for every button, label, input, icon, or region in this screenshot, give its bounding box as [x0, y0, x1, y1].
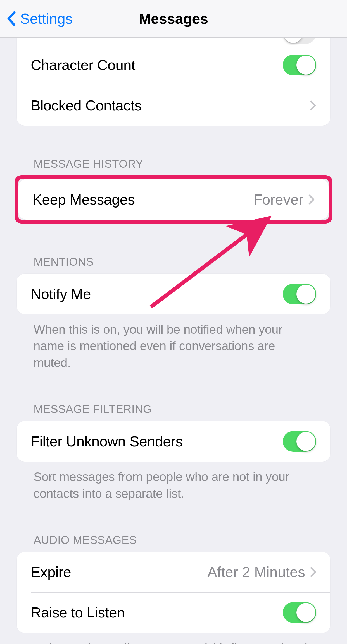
chevron-right-icon	[310, 567, 316, 577]
settings-group-history: Keep Messages Forever	[18, 179, 329, 220]
label-character-count: Character Count	[31, 57, 135, 73]
row-partial-hidden[interactable]	[17, 38, 330, 45]
row-blocked-contacts[interactable]: Blocked Contacts	[17, 85, 330, 126]
footer-audio: Raise to Listen allows you to quickly li…	[34, 640, 313, 644]
toggle-partial[interactable]	[283, 38, 316, 44]
toggle-character-count[interactable]	[283, 55, 316, 75]
settings-group-audio: Expire After 2 Minutes Raise to Listen	[17, 552, 330, 633]
value-expire: After 2 Minutes	[207, 564, 305, 580]
row-expire[interactable]: Expire After 2 Minutes	[17, 552, 330, 592]
label-keep-messages: Keep Messages	[32, 191, 135, 208]
label-expire: Expire	[31, 564, 71, 580]
header-message-history: MESSAGE HISTORY	[34, 158, 330, 170]
header-filtering: MESSAGE FILTERING	[34, 403, 330, 415]
chevron-right-icon	[310, 100, 316, 111]
footer-filtering: Sort messages from people who are not in…	[34, 468, 313, 502]
label-filter-unknown: Filter Unknown Senders	[31, 433, 183, 450]
row-filter-unknown[interactable]: Filter Unknown Senders	[17, 421, 330, 462]
back-label: Settings	[20, 10, 73, 27]
navbar: Settings Messages	[0, 0, 347, 38]
row-notify-me[interactable]: Notify Me	[17, 274, 330, 314]
toggle-filter-unknown[interactable]	[283, 431, 316, 452]
row-character-count[interactable]: Character Count	[17, 45, 330, 85]
settings-group-mentions: Notify Me	[17, 274, 330, 314]
row-keep-messages[interactable]: Keep Messages Forever	[18, 179, 329, 220]
header-mentions: MENTIONS	[34, 256, 330, 268]
chevron-left-icon	[7, 11, 16, 26]
row-raise-listen[interactable]: Raise to Listen	[17, 592, 330, 633]
toggle-notify-me[interactable]	[283, 284, 316, 304]
highlight-annotation: Keep Messages Forever	[15, 175, 332, 224]
label-raise-listen: Raise to Listen	[31, 604, 125, 621]
label-notify-me: Notify Me	[31, 286, 91, 302]
back-button[interactable]: Settings	[7, 10, 73, 27]
settings-group-general: Character Count Blocked Contacts	[17, 38, 330, 126]
label-blocked-contacts: Blocked Contacts	[31, 97, 142, 114]
value-keep-messages: Forever	[253, 191, 303, 208]
header-audio: AUDIO MESSAGES	[34, 534, 330, 546]
chevron-right-icon	[308, 194, 315, 205]
settings-group-filtering: Filter Unknown Senders	[17, 421, 330, 462]
toggle-raise-listen[interactable]	[283, 602, 316, 623]
footer-mentions: When this is on, you will be notified wh…	[34, 321, 313, 371]
